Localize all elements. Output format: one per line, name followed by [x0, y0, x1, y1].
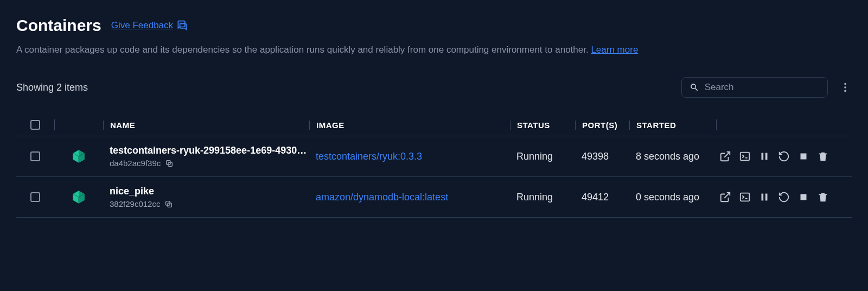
table-header: NAME IMAGE STATUS PORT(S) STARTED — [16, 114, 852, 136]
restart-button[interactable] — [778, 191, 790, 203]
description-text: A container packages up code and its dep… — [16, 45, 589, 55]
svg-rect-13 — [765, 194, 768, 201]
pause-icon — [758, 150, 770, 162]
item-count: Showing 2 items — [16, 82, 88, 93]
give-feedback-link[interactable]: Give Feedback — [111, 20, 187, 31]
copy-icon — [164, 200, 173, 208]
column-status[interactable]: STATUS — [510, 121, 575, 130]
column-image[interactable]: IMAGE — [309, 121, 510, 130]
svg-point-2 — [844, 90, 846, 92]
cli-button[interactable] — [739, 191, 751, 203]
svg-rect-11 — [741, 193, 750, 201]
pause-button[interactable] — [758, 191, 770, 203]
feedback-icon — [176, 20, 187, 31]
stop-icon — [797, 191, 809, 203]
svg-rect-6 — [762, 153, 764, 160]
svg-rect-8 — [801, 154, 807, 160]
svg-point-1 — [844, 86, 846, 88]
open-browser-button[interactable] — [719, 150, 731, 162]
pause-button[interactable] — [758, 150, 770, 162]
more-options-button[interactable] — [839, 81, 852, 94]
feedback-label: Give Feedback — [111, 20, 173, 31]
terminal-icon — [739, 191, 751, 203]
row-checkbox[interactable] — [30, 192, 40, 202]
restart-icon — [778, 191, 790, 203]
svg-rect-5 — [741, 153, 750, 161]
column-started[interactable]: STARTED — [629, 121, 716, 130]
port-text: 49398 — [575, 151, 629, 162]
column-ports[interactable]: PORT(S) — [575, 121, 629, 130]
table-row[interactable]: nice_pike 382f29c012cc amazon/dynamodb-l… — [16, 177, 852, 218]
restart-icon — [778, 150, 790, 162]
started-text: 0 seconds ago — [636, 192, 699, 203]
started-text: 8 seconds ago — [636, 151, 699, 162]
terminal-icon — [739, 150, 751, 162]
stop-button[interactable] — [797, 191, 809, 203]
trash-icon — [817, 150, 829, 162]
open-browser-button[interactable] — [719, 191, 731, 203]
copy-id-button[interactable] — [165, 159, 174, 168]
status-text: Running — [510, 192, 575, 203]
delete-button[interactable] — [817, 150, 829, 162]
image-link[interactable]: amazon/dynamodb-local:latest — [309, 192, 510, 203]
search-box[interactable] — [681, 77, 828, 98]
page-title: Containers — [16, 16, 101, 35]
port-text: 49412 — [575, 192, 629, 203]
column-actions — [716, 119, 852, 130]
stop-icon — [797, 150, 809, 162]
search-input[interactable] — [705, 82, 820, 93]
table-row[interactable]: testcontainers-ryuk-299158ee-1e69-4930-9… — [16, 136, 852, 177]
copy-id-button[interactable] — [164, 200, 173, 208]
svg-rect-12 — [762, 194, 764, 201]
svg-point-0 — [844, 83, 846, 85]
row-checkbox[interactable] — [30, 151, 40, 161]
copy-icon — [165, 159, 174, 168]
select-all-checkbox[interactable] — [30, 120, 40, 130]
column-blank — [54, 119, 103, 130]
container-name[interactable]: nice_pike — [110, 186, 309, 197]
container-name[interactable]: testcontainers-ryuk-299158ee-1e69-4930-9… — [110, 145, 309, 156]
container-id: 382f29c012cc — [110, 199, 160, 208]
container-icon — [71, 149, 86, 164]
learn-more-link[interactable]: Learn more — [591, 45, 638, 55]
stop-button[interactable] — [797, 150, 809, 162]
container-icon — [71, 189, 86, 205]
restart-button[interactable] — [778, 150, 790, 162]
delete-button[interactable] — [817, 191, 829, 203]
container-id: da4b2ac9f39c — [110, 159, 161, 168]
search-icon — [690, 82, 699, 93]
cli-button[interactable] — [739, 150, 751, 162]
status-text: Running — [510, 151, 575, 162]
column-name[interactable]: NAME — [103, 121, 309, 130]
more-vert-icon — [839, 81, 851, 93]
image-link[interactable]: testcontainers/ryuk:0.3.3 — [309, 151, 510, 162]
containers-table: NAME IMAGE STATUS PORT(S) STARTED testco… — [16, 114, 852, 218]
svg-rect-14 — [801, 194, 807, 200]
svg-rect-7 — [765, 153, 768, 160]
trash-icon — [817, 191, 829, 203]
page-description: A container packages up code and its dep… — [16, 45, 852, 55]
open-in-new-icon — [719, 191, 731, 203]
open-in-new-icon — [719, 150, 731, 162]
pause-icon — [758, 191, 770, 203]
